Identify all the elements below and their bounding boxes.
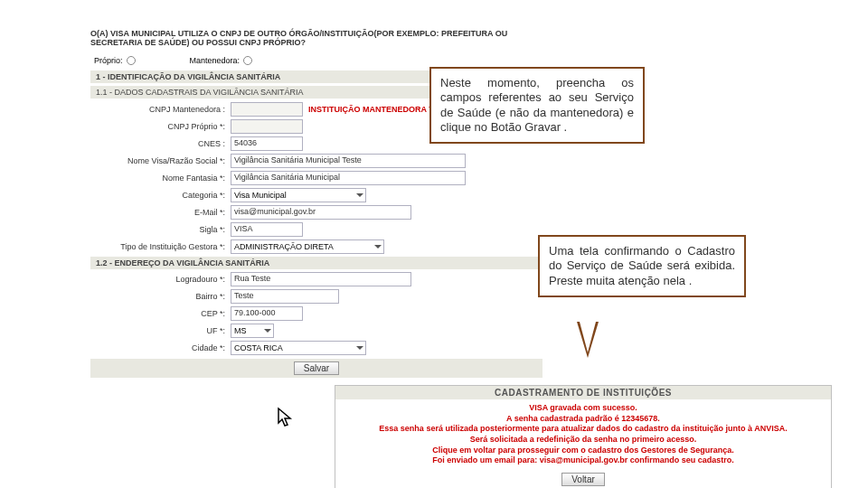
categoria-select[interactable]: Visa Municipal <box>231 188 366 202</box>
cnpj-mant-label: CNPJ Mantenedora : <box>90 105 231 114</box>
sigla-input[interactable]: VISA <box>231 222 303 237</box>
callout-instructions: Neste momento, preencha os campos refere… <box>429 67 645 144</box>
cnes-input[interactable]: 54036 <box>231 136 303 151</box>
radio-icon <box>243 56 252 65</box>
confirm-body: VISA gravada com sucesso. A senha cadast… <box>335 399 831 470</box>
tipo-select[interactable]: ADMINISTRAÇÃO DIRETA <box>231 239 384 254</box>
sigla-label: Sigla *: <box>90 225 231 234</box>
radio-icon <box>127 56 136 65</box>
radio-own-label: Próprio: <box>94 56 123 65</box>
confirm-button-row: Voltar <box>335 470 831 488</box>
question-text: O(A) VISA MUNICIPAL UTILIZA O CNPJ DE OU… <box>90 29 542 47</box>
save-button[interactable]: Salvar <box>294 361 339 375</box>
uf-select[interactable]: MS <box>231 324 274 338</box>
bairro-input[interactable]: Teste <box>231 289 339 304</box>
razao-label: Nome Visa/Razão Social *: <box>90 156 231 165</box>
cnes-label: CNES : <box>90 139 231 148</box>
logr-input[interactable]: Rua Teste <box>231 272 411 286</box>
confirm-line: Clique em voltar para prosseguir com o c… <box>344 446 822 456</box>
confirm-line: Foi enviado um email para: visa@municipa… <box>344 455 822 466</box>
razao-input[interactable]: Vigilância Sanitária Municipal Teste <box>231 154 466 168</box>
confirm-line: Será solicitada a redefinição da senha n… <box>344 435 822 446</box>
radio-own[interactable]: Próprio: <box>94 56 136 65</box>
callout-tail-inner <box>580 322 596 352</box>
uf-label: UF *: <box>90 326 231 335</box>
callout-confirmation: Uma tela confirmando o Cadastro do Servi… <box>538 235 746 297</box>
confirm-title: CADASTRAMENTO DE INSTITUIÇÕES <box>335 386 831 399</box>
categoria-label: Categoria *: <box>90 191 231 200</box>
confirm-panel: CADASTRAMENTO DE INSTITUIÇÕES VISA grava… <box>335 385 832 488</box>
cnpj-mant-input[interactable] <box>231 102 303 117</box>
cnpj-prop-input[interactable] <box>231 119 303 134</box>
bairro-label: Bairro *: <box>90 292 231 301</box>
back-button[interactable]: Voltar <box>561 473 605 486</box>
email-input[interactable]: visa@municipal.gov.br <box>231 205 411 220</box>
cidade-label: Cidade *: <box>90 343 231 352</box>
tipo-label: Tipo de Instituição Gestora *: <box>90 242 231 251</box>
logr-label: Logradouro *: <box>90 275 231 284</box>
fantasia-label: Nome Fantasia *: <box>90 174 231 183</box>
save-button-row: Salvar <box>90 359 542 378</box>
fantasia-input[interactable]: Vigilância Sanitária Municipal <box>231 171 466 185</box>
confirm-line: VISA gravada com sucesso. <box>344 403 822 414</box>
radio-row: Próprio: Mantenedora: <box>90 56 542 65</box>
confirm-line: Essa senha será utilizada posteriormente… <box>344 424 822 435</box>
cnpj-prop-label: CNPJ Próprio *: <box>90 122 231 131</box>
email-label: E-Mail *: <box>90 208 231 217</box>
confirm-line: A senha cadastrada padrão é 12345678. <box>344 414 822 425</box>
section-12-header: 1.2 - ENDEREÇO DA VIGILÂNCIA SANITÁRIA <box>90 257 542 269</box>
cep-input[interactable]: 79.100-000 <box>231 306 303 321</box>
radio-mant[interactable]: Mantenedora: <box>190 56 253 65</box>
cursor-icon <box>277 407 295 428</box>
cidade-select[interactable]: COSTA RICA <box>231 341 366 355</box>
cep-label: CEP *: <box>90 309 231 318</box>
radio-mant-label: Mantenedora: <box>190 56 241 65</box>
